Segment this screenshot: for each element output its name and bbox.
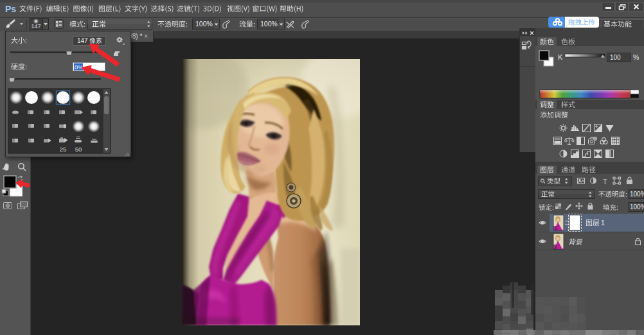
svg-text:1: 1 bbox=[601, 219, 605, 227]
svg-text:T: T bbox=[603, 177, 607, 185]
svg-text:100%: 100% bbox=[630, 203, 644, 210]
svg-text:100%: 100% bbox=[630, 191, 644, 198]
svg-text:%: % bbox=[633, 53, 639, 61]
svg-text:100: 100 bbox=[610, 54, 621, 61]
svg-text:K: K bbox=[558, 53, 563, 61]
